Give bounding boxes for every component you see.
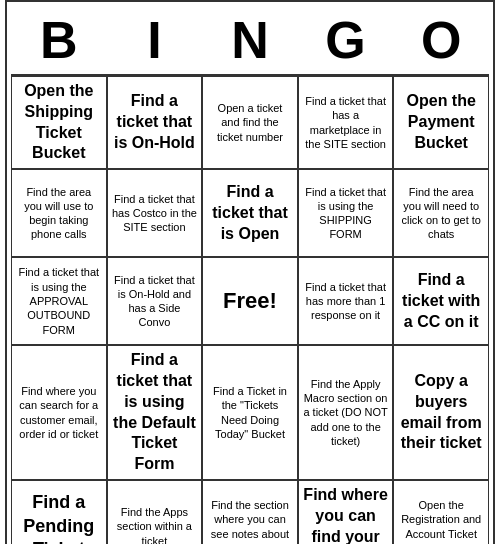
bingo-cell: Find a Pending Ticket <box>11 480 107 544</box>
bingo-cell: Find the Apply Macro section on a ticket… <box>298 345 394 480</box>
bingo-header: BINGO <box>11 6 489 74</box>
bingo-cell: Open the Shipping Ticket Bucket <box>11 76 107 169</box>
bingo-cell: Find a ticket that has more than 1 respo… <box>298 257 394 345</box>
bingo-cell: Open a ticket and find the ticket number <box>202 76 298 169</box>
bingo-cell: Find a Ticket in the "Tickets Need Doing… <box>202 345 298 480</box>
bingo-cell: Find the Apps section within a ticket <box>107 480 203 544</box>
bingo-letter: B <box>14 10 104 70</box>
bingo-cell: Find a ticket that is On-Hold <box>107 76 203 169</box>
bingo-cell: Find a ticket that is using the APPROVAL… <box>11 257 107 345</box>
bingo-grid: Open the Shipping Ticket BucketFind a ti… <box>11 74 489 544</box>
bingo-letter: O <box>396 10 486 70</box>
bingo-cell: Find the area you will need to click on … <box>393 169 489 257</box>
bingo-letter: N <box>205 10 295 70</box>
bingo-cell: Find a ticket that is using the Default … <box>107 345 203 480</box>
bingo-cell: Free! <box>202 257 298 345</box>
bingo-cell: Copy a buyers email from their ticket <box>393 345 489 480</box>
bingo-letter: G <box>301 10 391 70</box>
bingo-card: BINGO Open the Shipping Ticket BucketFin… <box>5 0 495 544</box>
bingo-cell: Find a ticket that has Costco in the SIT… <box>107 169 203 257</box>
bingo-cell: Open the Registration and Account Ticket… <box>393 480 489 544</box>
bingo-cell: Find where you can search for a customer… <box>11 345 107 480</box>
bingo-cell: Find a ticket that has a marketplace in … <box>298 76 394 169</box>
bingo-cell: Find a ticket that is using the SHIPPING… <box>298 169 394 257</box>
bingo-cell: Open the Payment Bucket <box>393 76 489 169</box>
bingo-cell: Find a ticket that is On-Hold and has a … <box>107 257 203 345</box>
bingo-cell: Find a ticket with a CC on it <box>393 257 489 345</box>
bingo-cell: Find the section where you can see notes… <box>202 480 298 544</box>
bingo-cell: Find where you can find your schedule <box>298 480 394 544</box>
bingo-cell: Find the area you will use to begin taki… <box>11 169 107 257</box>
bingo-letter: I <box>109 10 199 70</box>
bingo-cell: Find a ticket that is Open <box>202 169 298 257</box>
